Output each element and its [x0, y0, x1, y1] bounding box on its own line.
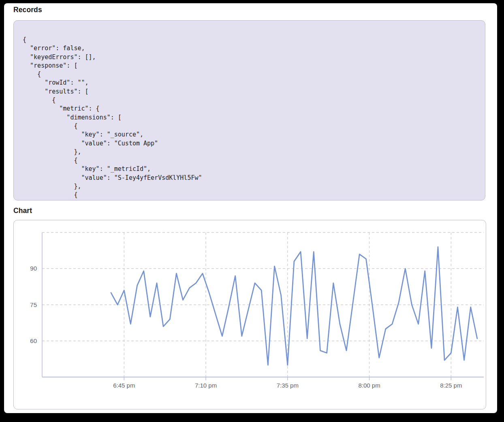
chart-panel: 9075606:45 pm7:10 pm7:35 pm8:00 pm8:25 p…: [13, 220, 486, 409]
x-axis-tick-label: 7:35 pm: [277, 382, 299, 389]
records-section-title: Records: [13, 6, 42, 14]
x-axis-tick-label: 8:00 pm: [358, 382, 380, 389]
y-axis-tick-label: 60: [30, 337, 37, 344]
y-axis-tick-label: 75: [30, 301, 37, 308]
metric-series-line[interactable]: [111, 247, 477, 365]
app-content-area: Records { "error": false, "keyedErrors":…: [4, 3, 497, 413]
chart-section-title: Chart: [13, 207, 32, 215]
records-json-code: { "error": false, "keyedErrors": [], "re…: [14, 21, 485, 200]
chart-canvas[interactable]: 9075606:45 pm7:10 pm7:35 pm8:00 pm8:25 p…: [14, 220, 486, 409]
x-axis-tick-label: 6:45 pm: [113, 382, 135, 389]
y-axis-tick-label: 90: [30, 265, 37, 272]
page-background: { "records": { "title": "Records", "pane…: [0, 0, 504, 422]
x-axis-tick-label: 7:10 pm: [195, 382, 217, 389]
x-axis-tick-label: 8:25 pm: [440, 382, 462, 389]
records-code-panel[interactable]: { "error": false, "keyedErrors": [], "re…: [13, 20, 485, 200]
